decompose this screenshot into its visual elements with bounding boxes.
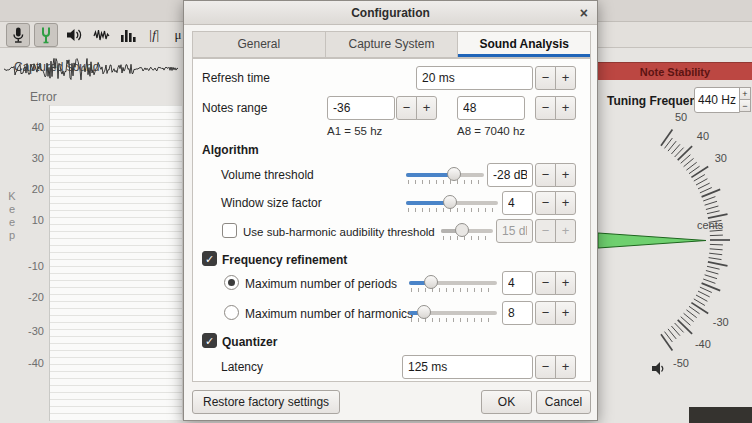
algorithm-header: Algorithm [202, 143, 259, 157]
gauge-tick-label: 30 [715, 152, 727, 164]
axis-label: 10 [14, 214, 44, 226]
tuner-toggle-button[interactable] [34, 23, 58, 47]
captured-sound-view: Captured sound [4, 52, 182, 88]
window-size-factor-minus-button[interactable]: − [535, 191, 556, 215]
refresh-time-plus-button[interactable]: + [555, 66, 576, 90]
tab-sound-analysis[interactable]: Sound Analysis [458, 32, 590, 57]
error-label: Error [30, 90, 57, 104]
gauge-tick-label: -40 [695, 338, 711, 350]
subharmonic-input [496, 219, 533, 243]
note-stability-bar: Note Stability [598, 62, 752, 80]
cancel-button[interactable]: Cancel [536, 390, 591, 414]
latency-plus-button[interactable]: + [555, 355, 576, 379]
max-periods-input[interactable] [502, 271, 533, 295]
close-icon[interactable]: × [580, 1, 588, 25]
axis-label: 20 [14, 183, 44, 195]
dialog-titlebar[interactable]: Configuration × [184, 1, 597, 25]
app-window: |f| μ Captured sound Error Keep 40 30 20… [0, 0, 752, 423]
slider-handle[interactable] [417, 305, 431, 319]
subharmonic-plus-button: + [555, 219, 576, 243]
max-harmonics-slider[interactable] [409, 301, 497, 325]
sound-analysis-panel: Refresh time − + Notes range − + − + A1 … [192, 58, 591, 382]
notes-range-label: Notes range [202, 101, 267, 115]
latency-minus-button[interactable]: − [535, 355, 556, 379]
speaker-icon [64, 25, 84, 45]
max-periods-radio[interactable] [224, 275, 239, 290]
gauge-tick-label: 50 [675, 111, 687, 123]
gauge-tick-label: 40 [697, 130, 709, 142]
frequency-refinement-label: Frequency refinement [222, 253, 347, 267]
formula-icon: |f| [144, 25, 164, 45]
statusbar-fragment [689, 407, 752, 423]
microphone-icon [8, 25, 28, 45]
gauge-needle [598, 233, 706, 248]
tab-capture-system[interactable]: Capture System [326, 32, 459, 57]
max-harmonics-plus-button[interactable]: + [555, 301, 576, 325]
dialog-title: Configuration [351, 6, 430, 20]
max-harmonics-input[interactable] [502, 301, 533, 325]
notes-range-min-hint: A1 = 55 hz [327, 125, 382, 137]
max-periods-minus-button[interactable]: − [535, 271, 556, 295]
slider-handle[interactable] [443, 195, 457, 209]
volume-threshold-label: Volume threshold [221, 168, 314, 182]
max-harmonics-minus-button[interactable]: − [535, 301, 556, 325]
slider-handle [455, 223, 469, 237]
subharmonic-slider [441, 219, 493, 243]
cents-label: cents [697, 219, 723, 231]
error-chart [49, 105, 182, 421]
statistics-view-button[interactable]: |f| [142, 23, 166, 47]
volume-threshold-input[interactable] [487, 163, 533, 187]
quantizer-checkbox[interactable]: ✓ [202, 333, 217, 348]
waveform-view-button[interactable] [90, 23, 114, 47]
notes-range-max-minus-button[interactable]: − [535, 96, 556, 120]
axis-label: -10 [14, 260, 44, 272]
latency-label: Latency [221, 360, 263, 374]
dialog-tabs: General Capture System Sound Analysis [192, 31, 591, 58]
histogram-icon [118, 25, 138, 45]
volume-threshold-minus-button[interactable]: − [535, 163, 556, 187]
max-periods-label: Maximum number of periods [245, 277, 397, 291]
max-periods-slider[interactable] [409, 271, 497, 295]
note-stability-label: Note Stability [640, 66, 710, 78]
window-size-factor-input[interactable] [502, 191, 533, 215]
axis-label: 40 [14, 121, 44, 133]
gauge-tick-label: -50 [673, 357, 689, 369]
notes-range-max-plus-button[interactable]: + [555, 96, 576, 120]
frequency-refinement-checkbox[interactable]: ✓ [202, 251, 217, 266]
cents-gauge: 50 40 30 -30 -40 -50 cents [585, 95, 752, 423]
notes-range-min-input[interactable] [327, 96, 395, 120]
tuning-fork-icon [36, 25, 56, 45]
subharmonic-checkbox[interactable] [222, 223, 237, 238]
restore-factory-button[interactable]: Restore factory settings [192, 390, 340, 414]
notes-range-min-plus-button[interactable]: + [416, 96, 437, 120]
latency-input[interactable] [402, 355, 533, 379]
axis-label: -40 [14, 357, 44, 369]
subharmonic-minus-button: − [535, 219, 556, 243]
harmonics-view-button[interactable] [116, 23, 140, 47]
tab-general[interactable]: General [193, 32, 326, 57]
max-periods-plus-button[interactable]: + [555, 271, 576, 295]
axis-label: -30 [14, 325, 44, 337]
volume-threshold-slider[interactable] [406, 163, 484, 187]
refresh-time-label: Refresh time [202, 71, 270, 85]
captured-sound-label: Captured sound [14, 60, 99, 74]
quantizer-label: Quantizer [222, 335, 277, 349]
ok-button[interactable]: OK [481, 390, 532, 414]
notes-range-max-hint: A8 = 7040 hz [457, 125, 525, 137]
slider-handle[interactable] [447, 167, 461, 181]
window-size-factor-slider[interactable] [406, 191, 498, 215]
refresh-time-minus-button[interactable]: − [535, 66, 556, 90]
volume-view-button[interactable] [62, 23, 86, 47]
volume-threshold-plus-button[interactable]: + [555, 163, 576, 187]
notes-range-max-input[interactable] [457, 96, 525, 120]
subharmonic-label: Use sub-harmonic audibility threshold [243, 225, 435, 239]
window-size-factor-plus-button[interactable]: + [555, 191, 576, 215]
slider-handle[interactable] [424, 275, 438, 289]
max-harmonics-radio[interactable] [224, 305, 239, 320]
axis-label: 30 [14, 152, 44, 164]
refresh-time-input[interactable] [416, 66, 533, 90]
record-toggle-button[interactable] [6, 23, 30, 47]
axis-label: -20 [14, 291, 44, 303]
notes-range-min-minus-button[interactable]: − [396, 96, 417, 120]
gauge-dial [585, 95, 752, 423]
